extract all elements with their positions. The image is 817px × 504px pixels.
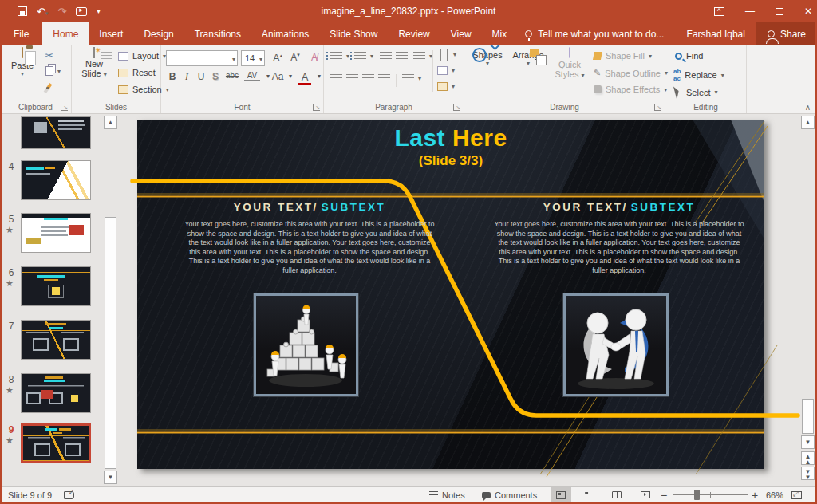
minimize-button[interactable]: — <box>745 6 755 17</box>
zoom-out-button[interactable]: − <box>661 487 667 502</box>
proofing-status-icon[interactable] <box>64 487 74 502</box>
text-column-right[interactable]: YOUR TEXT/SUBTEXT Your text goes here, c… <box>493 201 745 275</box>
tab-transitions[interactable]: Transitions <box>184 22 251 45</box>
align-text-button[interactable]: ▾ <box>437 66 455 75</box>
shape-outline-button[interactable]: ✎Shape Outline▾ <box>594 68 668 78</box>
slide-thumbnail-4[interactable] <box>21 160 91 200</box>
change-case-button[interactable]: Aa <box>271 71 284 82</box>
font-dialog-launcher[interactable]: ↘ <box>313 104 320 111</box>
slide-counter[interactable]: Slide 9 of 9 <box>8 487 52 502</box>
normal-view-button[interactable] <box>551 487 571 502</box>
shrink-font-button[interactable]: A▾ <box>289 52 302 63</box>
bullets-button[interactable]: ▾ <box>330 52 349 61</box>
format-painter-button[interactable] <box>46 83 49 93</box>
tab-insert[interactable]: Insert <box>89 22 133 45</box>
bold-button[interactable]: B <box>166 71 179 82</box>
grow-font-button[interactable]: A▴ <box>271 52 284 64</box>
select-button[interactable]: Select▾ <box>675 85 718 99</box>
cut-button[interactable]: ✂ <box>45 49 53 61</box>
comments-toggle[interactable]: Comments <box>482 487 537 502</box>
slide-show-button[interactable] <box>635 487 656 502</box>
zoom-level[interactable]: 66% <box>766 487 783 502</box>
font-size-input[interactable]: 14▾ <box>241 50 265 66</box>
slide-thumbnail-7[interactable] <box>21 320 91 360</box>
character-spacing-button[interactable]: AV <box>244 71 260 81</box>
drawing-dialog-launcher[interactable]: ↘ <box>654 104 661 111</box>
layout-button[interactable]: Layout▾ <box>118 51 166 61</box>
maximize-button[interactable] <box>776 8 783 15</box>
thumbnails-scroll-down-button[interactable]: ▼ <box>104 471 117 484</box>
tell-me-box[interactable]: Tell me what you want to do... <box>517 22 672 45</box>
shape-effects-button[interactable]: Shape Effects▾ <box>594 85 667 94</box>
next-slide-button[interactable]: ▼▼ <box>801 467 815 480</box>
slide-canvas[interactable]: Last Here (Slide 3/3) YOUR TEXT/SUBTEXT … <box>137 120 764 469</box>
font-name-input[interactable]: ▾ <box>166 50 238 66</box>
slide-sorter-view-button[interactable] <box>578 487 598 502</box>
slide-thumbnail-8[interactable] <box>21 373 91 413</box>
slide-subtitle[interactable]: (Slide 3/3) <box>137 153 764 169</box>
text-direction-button[interactable]: ▾ <box>437 50 456 59</box>
convert-smartart-button[interactable]: ▾ <box>437 82 455 91</box>
zoom-slider-thumb[interactable] <box>694 490 700 500</box>
reading-view-button[interactable] <box>606 487 627 502</box>
tab-home[interactable]: Home <box>42 22 89 45</box>
text-column-left[interactable]: YOUR TEXT/SUBTEXT Your text goes here, c… <box>184 201 436 275</box>
italic-button[interactable]: I <box>180 71 193 83</box>
tab-mix[interactable]: Mix <box>482 22 518 45</box>
clipboard-dialog-launcher[interactable]: ↘ <box>61 104 68 111</box>
clear-formatting-button[interactable]: A̸ <box>308 52 321 63</box>
canvas-scroll-up-button[interactable]: ▲ <box>801 116 815 129</box>
close-button[interactable]: ✕ <box>804 6 812 17</box>
quick-styles-button[interactable]: Quick Styles ▾ <box>551 48 589 79</box>
text-shadow-button[interactable]: S <box>209 71 222 82</box>
paragraph-dialog-launcher[interactable]: ↘ <box>453 104 460 111</box>
numbering-button[interactable]: ▾ <box>354 52 373 61</box>
strikethrough-button[interactable]: abc <box>223 71 241 80</box>
copy-button[interactable]: ▾ <box>43 66 61 76</box>
columns-button[interactable]: ▾ <box>402 74 421 83</box>
tab-review[interactable]: Review <box>388 22 440 45</box>
signed-in-user[interactable]: Farshad Iqbal <box>687 22 756 45</box>
share-button[interactable]: Share <box>756 22 817 45</box>
tab-view[interactable]: View <box>440 22 482 45</box>
tab-file[interactable]: File <box>0 22 42 45</box>
tab-design[interactable]: Design <box>133 22 184 45</box>
find-button[interactable]: Find <box>675 51 703 61</box>
fit-slide-to-window-button[interactable] <box>791 487 802 502</box>
slide-thumbnail-partial[interactable] <box>21 116 91 149</box>
thumbnails-scroll-up-button[interactable]: ▲ <box>104 116 117 129</box>
replace-button[interactable]: abacReplace▾ <box>673 68 724 82</box>
increase-indent-button[interactable] <box>396 52 408 61</box>
change-case-dropdown[interactable]: ▾ <box>284 73 297 80</box>
align-right-button[interactable] <box>362 74 374 83</box>
canvas-scroll-down-button[interactable]: ▼ <box>801 435 815 449</box>
reset-button[interactable]: Reset <box>118 68 156 77</box>
ribbon-display-options-icon[interactable] <box>714 7 724 16</box>
notes-toggle[interactable]: Notes <box>429 487 465 502</box>
previous-slide-button[interactable]: ▲▲ <box>801 451 815 465</box>
zoom-in-button[interactable]: + <box>752 487 758 502</box>
slide-title[interactable]: Last Here <box>137 124 764 152</box>
arrange-button[interactable]: Arrange▾ <box>507 48 549 67</box>
canvas-scrollbar-thumb[interactable] <box>802 399 814 434</box>
underline-button[interactable]: U <box>195 71 207 82</box>
zoom-slider[interactable] <box>673 494 748 495</box>
tab-slide-show[interactable]: Slide Show <box>319 22 388 45</box>
shape-fill-button[interactable]: Shape Fill▾ <box>594 51 652 61</box>
tab-animations[interactable]: Animations <box>251 22 319 45</box>
slide-thumbnail-5[interactable] <box>21 213 91 253</box>
thumbnails-scrollbar-thumb[interactable] <box>105 217 116 469</box>
new-slide-button[interactable]: New Slide ▾ <box>75 48 113 78</box>
paste-button[interactable]: Paste ▾ <box>5 48 40 77</box>
handshake-image[interactable] <box>563 293 669 396</box>
align-center-button[interactable] <box>346 74 358 83</box>
decrease-indent-button[interactable] <box>380 52 392 61</box>
slide-thumbnail-9[interactable] <box>21 423 91 463</box>
slide-thumbnail-6[interactable] <box>21 266 91 306</box>
align-left-button[interactable] <box>330 74 342 83</box>
font-color-button[interactable]: A <box>298 71 311 85</box>
teamwork-puzzle-image[interactable] <box>254 293 358 396</box>
justify-button[interactable] <box>378 74 390 83</box>
line-spacing-button[interactable]: ▾ <box>413 52 432 61</box>
collapse-ribbon-button[interactable]: ∧ <box>805 103 811 112</box>
